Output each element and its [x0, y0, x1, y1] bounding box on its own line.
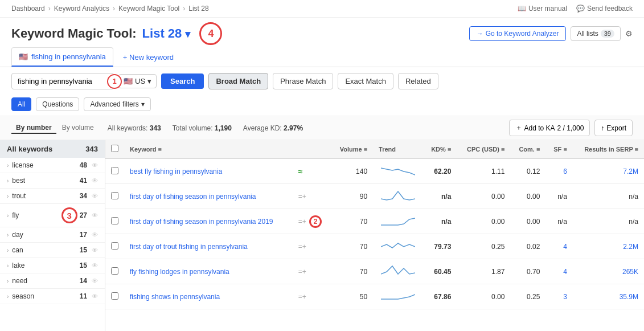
- add-to-list-icon[interactable]: =+: [298, 243, 306, 251]
- breadcrumb-kmt[interactable]: Keyword Magic Tool: [118, 5, 179, 13]
- sidebar-count: 48: [80, 161, 87, 169]
- keyword-link[interactable]: fishing shows in pennsylvania: [130, 293, 220, 301]
- volume-cell: 140: [331, 158, 374, 184]
- add-icon-cell: =+: [293, 234, 331, 259]
- sidebar-item-season[interactable]: › season 11 👁: [0, 289, 105, 304]
- row-checkbox[interactable]: [111, 167, 118, 174]
- trend-cell: [373, 234, 423, 259]
- eye-icon[interactable]: 👁: [92, 262, 98, 269]
- go-to-ka-button[interactable]: → Go to Keyword Analyzer: [469, 26, 567, 41]
- eye-icon[interactable]: 👁: [92, 212, 98, 219]
- row-checkbox[interactable]: [111, 242, 118, 250]
- sidebar-item-trout[interactable]: › trout 34 👁: [0, 189, 105, 204]
- th-volume[interactable]: Volume ≡: [331, 140, 374, 158]
- th-kd[interactable]: KD% ≡: [423, 140, 457, 158]
- feedback-link[interactable]: 💬 Send feedback: [576, 5, 633, 13]
- all-lists-button[interactable]: All lists 39: [571, 26, 621, 41]
- sidebar-word: day: [12, 231, 79, 239]
- sf-link[interactable]: 3: [563, 293, 567, 301]
- sidebar-item-best[interactable]: › best 41 👁: [0, 173, 105, 189]
- sidebar-item-can[interactable]: › can 15 👁: [0, 243, 105, 258]
- th-sf[interactable]: SF ≡: [545, 140, 572, 158]
- row-checkbox[interactable]: [111, 192, 118, 199]
- sidebar-item-fly[interactable]: › fly 3 27 👁: [0, 204, 105, 227]
- search-input[interactable]: [11, 73, 114, 89]
- all-filter-button[interactable]: All: [11, 97, 31, 111]
- th-cpc[interactable]: CPC (USD) ≡: [457, 140, 510, 158]
- cpc-cell: 0.00: [457, 184, 510, 209]
- all-lists-count: 39: [601, 30, 614, 38]
- com-cell: 0.70: [510, 259, 545, 284]
- sidebar-item-day[interactable]: › day 17 👁: [0, 227, 105, 243]
- user-manual-link[interactable]: 📖 User manual: [518, 5, 567, 13]
- exact-match-button[interactable]: Exact Match: [338, 73, 393, 89]
- settings-icon[interactable]: ⚙: [625, 29, 633, 38]
- add-to-list-icon[interactable]: =+: [298, 193, 306, 201]
- tab-fishing-pennsylvania[interactable]: 🇺🇸 fishing in pennsylvania: [11, 47, 113, 67]
- table-row: first day of trout fishing in pennsylvan…: [105, 234, 644, 259]
- sf-link[interactable]: 4: [563, 243, 567, 251]
- cpc-cell: 1.11: [457, 158, 510, 184]
- sidebar-header: All keywords 343: [0, 140, 105, 158]
- keyword-link[interactable]: fly fishing lodges in pennsylvania: [130, 268, 229, 276]
- th-keyword[interactable]: Keyword ≡: [124, 140, 293, 158]
- add-to-list-icon[interactable]: =+: [298, 218, 306, 226]
- keyword-cell: first day of fishing season in pennsylva…: [124, 209, 293, 234]
- eye-icon[interactable]: 👁: [92, 293, 98, 300]
- broad-match-button[interactable]: Broad Match: [208, 73, 268, 89]
- search-button[interactable]: Search: [161, 73, 204, 89]
- phrase-match-button[interactable]: Phrase Match: [273, 73, 333, 89]
- row-checkbox[interactable]: [111, 267, 118, 275]
- table-row: fishing shows in pennsylvania =+ 50 67.8…: [105, 284, 644, 309]
- th-trend[interactable]: Trend: [373, 140, 423, 158]
- add-icon-cell: =+ 2: [293, 209, 331, 234]
- avg-kd-stat: Average KD: 2.97%: [243, 124, 303, 132]
- table-row: first day of fishing season in pennsylva…: [105, 209, 644, 234]
- sidebar-item-need[interactable]: › need 14 👁: [0, 273, 105, 289]
- keyword-link[interactable]: first day of trout fishing in pennsylvan…: [130, 243, 248, 251]
- eye-icon[interactable]: 👁: [92, 162, 98, 169]
- sidebar-item-license[interactable]: › license 48 👁: [0, 158, 105, 173]
- breadcrumb-dashboard[interactable]: Dashboard: [11, 5, 45, 13]
- th-checkbox: [105, 140, 124, 158]
- export-button[interactable]: ↑ Export: [594, 120, 633, 136]
- select-all-checkbox[interactable]: [111, 145, 118, 152]
- tab-new-keyword[interactable]: + New keyword: [116, 48, 181, 67]
- list-dropdown-arrow[interactable]: ▾: [185, 28, 190, 40]
- serp-value: 2.2M: [623, 243, 638, 251]
- keyword-link[interactable]: first day of fishing season in pennsylva…: [130, 193, 256, 201]
- sf-link[interactable]: 6: [563, 167, 567, 175]
- add-icon-cell: =+: [293, 284, 331, 309]
- com-cell: 0.02: [510, 234, 545, 259]
- row-checkbox[interactable]: [111, 292, 118, 300]
- by-volume-tab[interactable]: By volume: [58, 122, 99, 134]
- keyword-cell: fly fishing lodges in pennsylvania: [124, 259, 293, 284]
- questions-filter-button[interactable]: Questions: [36, 97, 79, 111]
- table-row: best fly fishing in pennsylvania ≈ 140 6…: [105, 158, 644, 184]
- advanced-filters-dropdown[interactable]: Advanced filters ▾: [84, 97, 150, 111]
- sidebar-word: best: [12, 177, 79, 185]
- related-button[interactable]: Related: [398, 73, 438, 89]
- eye-icon[interactable]: 👁: [92, 277, 98, 284]
- eye-icon[interactable]: 👁: [92, 193, 98, 199]
- add-to-list-icon[interactable]: =+: [298, 268, 306, 276]
- total-volume-stat: Total volume: 1,190: [173, 124, 232, 132]
- eye-icon[interactable]: 👁: [92, 177, 98, 184]
- sf-link[interactable]: 4: [563, 268, 567, 276]
- volume-cell: 70: [331, 209, 374, 234]
- th-com[interactable]: Com. ≡: [510, 140, 545, 158]
- th-serp[interactable]: Results in SERP ≡: [573, 140, 644, 158]
- keyword-cell: first day of fishing season in pennsylva…: [124, 184, 293, 209]
- keyword-link[interactable]: first day of fishing season in pennsylva…: [130, 218, 273, 226]
- sidebar-item-lake[interactable]: › lake 15 👁: [0, 258, 105, 273]
- keyword-link[interactable]: best fly fishing in pennsylvania: [130, 167, 222, 175]
- com-cell: 0.00: [510, 209, 545, 234]
- add-to-ka-button[interactable]: ＋ Add to KA 2 / 1,000: [509, 120, 590, 136]
- eye-icon[interactable]: 👁: [92, 231, 98, 238]
- row-checkbox[interactable]: [111, 217, 118, 224]
- breadcrumb-keyword-analytics[interactable]: Keyword Analytics: [54, 5, 109, 13]
- add-to-list-icon[interactable]: =+: [298, 293, 306, 301]
- eye-icon[interactable]: 👁: [92, 247, 98, 254]
- by-number-tab[interactable]: By number: [11, 122, 56, 134]
- country-select[interactable]: 🇺🇸 US ▾: [118, 74, 157, 88]
